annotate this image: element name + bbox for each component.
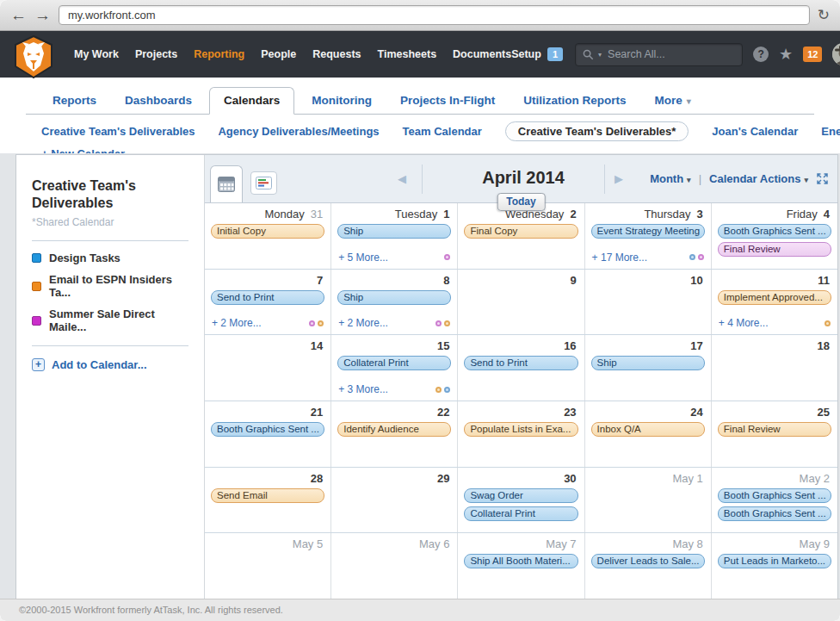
event-pill[interactable]: Booth Graphics Sent ...	[211, 422, 324, 437]
setup-menu[interactable]: Setup 1	[511, 47, 563, 61]
orange-swatch-icon	[32, 282, 41, 291]
event-pill[interactable]: Collateral Print	[337, 356, 451, 370]
forward-arrow-icon[interactable]: →	[34, 7, 51, 23]
event-pill[interactable]: Booth Graphics Sent ...	[718, 224, 831, 239]
nav-item-reporting[interactable]: Reporting	[194, 48, 244, 60]
event-pill[interactable]: Booth Graphics Sent ...	[718, 488, 831, 503]
day-number: 8	[443, 274, 449, 287]
view-toggle-report[interactable]	[250, 171, 277, 195]
event-pill[interactable]: Implement Approved...	[718, 290, 831, 305]
cell-head: May 7	[464, 535, 578, 553]
fullscreen-expand-icon[interactable]	[816, 172, 829, 185]
more-link[interactable]: + 2 More...	[338, 317, 388, 329]
more-link[interactable]: + 4 More...	[719, 317, 769, 329]
nav-item-timesheets[interactable]: Timesheets	[378, 48, 437, 60]
legend-item-design-tasks[interactable]: Design Tasks	[32, 252, 188, 264]
event-pill[interactable]: Ship	[337, 224, 451, 239]
setup-label: Setup	[511, 48, 541, 60]
nav-item-people[interactable]: People	[261, 48, 296, 60]
event-pill[interactable]: Send to Print	[211, 290, 324, 305]
cell-head: 22	[337, 403, 451, 421]
url-input[interactable]	[59, 5, 810, 25]
cell-head: 18	[718, 337, 831, 355]
calendar-day-cell: 17Ship	[585, 335, 712, 401]
cell-head: 24	[591, 403, 705, 421]
nav-item-documents[interactable]: Documents	[453, 48, 511, 60]
event-pill[interactable]: Initial Copy	[211, 224, 324, 239]
subtab-team-calendar[interactable]: Team Calendar	[403, 125, 482, 138]
event-pill[interactable]: Ship All Booth Materi...	[464, 554, 578, 568]
day-number: 11	[818, 274, 830, 287]
add-to-calendar-link[interactable]: + Add to Calendar...	[32, 358, 188, 371]
search-scope-caret-icon[interactable]: ▾	[598, 51, 602, 59]
event-pill[interactable]: Put Leads in Marketo...	[718, 554, 831, 568]
day-number: May 1	[672, 472, 702, 485]
tab-monitoring[interactable]: Monitoring	[300, 89, 383, 114]
event-pill[interactable]: Ship	[337, 290, 451, 305]
blue-swatch-icon	[32, 253, 41, 263]
nav-item-my-work[interactable]: My Work	[74, 48, 119, 60]
event-pill[interactable]: Final Review	[718, 422, 831, 437]
event-pill[interactable]: Collateral Print	[464, 506, 578, 521]
more-link[interactable]: + 17 More...	[592, 252, 647, 264]
search-input[interactable]	[606, 47, 735, 61]
next-month-icon[interactable]: ▶	[615, 173, 623, 184]
legend-item-summer-sale-direct-maile[interactable]: Summer Sale Direct Maile...	[32, 307, 188, 333]
event-pill[interactable]: Final Review	[718, 242, 831, 257]
divider	[604, 165, 605, 194]
event-pill[interactable]: Swag Order	[464, 488, 578, 503]
cell-head: 7	[211, 271, 324, 289]
back-arrow-icon[interactable]: ←	[10, 7, 27, 23]
subtab-creative-team-s-deliverables[interactable]: Creative Team's Deliverables	[41, 125, 195, 138]
search-box[interactable]: ▾	[575, 43, 743, 66]
prev-month-icon[interactable]: ◀	[398, 173, 406, 184]
cell-head: 10	[591, 271, 705, 289]
view-toggle-grid[interactable]	[210, 165, 243, 202]
subtab-energy-drink-launch[interactable]: Energy Drink Launch	[821, 125, 840, 138]
calendar-day-cell: 15Collateral Print+ 3 More...	[331, 335, 458, 401]
tab-utilization-reports[interactable]: Utilization Reports	[512, 89, 637, 114]
event-pill[interactable]: Send to Print	[464, 356, 578, 370]
subtab-agency-deliverables-meetings[interactable]: Agency Deliverables/Meetings	[218, 125, 379, 138]
help-icon[interactable]: ?	[753, 47, 769, 62]
app-navbar: My WorkProjectsReportingPeopleRequestsTi…	[0, 31, 840, 78]
today-button[interactable]: Today	[497, 193, 545, 211]
notification-badge[interactable]: 12	[803, 47, 822, 62]
event-pill[interactable]: Identify Audience	[337, 422, 451, 437]
favorites-star-icon[interactable]: ★	[779, 47, 793, 62]
event-pill[interactable]: Ship	[591, 356, 705, 370]
tab-calendars[interactable]: Calendars	[209, 87, 294, 115]
view-mode-dropdown[interactable]: Month▾	[650, 172, 691, 185]
event-pill[interactable]: Final Copy	[464, 224, 578, 239]
nav-item-projects[interactable]: Projects	[135, 48, 177, 60]
tab-dashboards[interactable]: Dashboards	[114, 89, 203, 114]
day-number: 15	[437, 339, 449, 352]
event-pill[interactable]: Deliver Leads to Sale...	[591, 554, 705, 568]
calendar-week-row: 28Send Email2930Swag OrderCollateral Pri…	[205, 468, 837, 534]
day-number: May 6	[419, 537, 449, 550]
calendar-day-cell: 21Booth Graphics Sent ...	[205, 401, 331, 467]
calendar-actions-dropdown[interactable]: Calendar Actions▾	[709, 172, 808, 185]
event-pill[interactable]: Booth Graphics Sent ...	[718, 506, 831, 521]
legend-item-email-to-espn-insiders-ta[interactable]: Email to ESPN Insiders Ta...	[32, 273, 188, 299]
event-pill[interactable]: Event Strategy Meeting	[591, 224, 705, 239]
tab-more[interactable]: More▾	[644, 89, 702, 114]
search-icon	[583, 49, 594, 60]
subtab-creative-team-s-deliverables[interactable]: Creative Team's Deliverables*	[505, 121, 689, 141]
subtab-joan-s-calendar[interactable]: Joan's Calendar	[712, 125, 798, 138]
setup-badge: 1	[547, 47, 563, 61]
event-pill[interactable]: Inbox Q/A	[591, 422, 705, 437]
cell-head: 29	[337, 469, 451, 487]
tab-projects-in-flight[interactable]: Projects In-Flight	[389, 89, 506, 114]
tab-reports[interactable]: Reports	[41, 89, 108, 114]
calendar-week-row: May 5May 6May 7Ship All Booth Materi...M…	[205, 533, 837, 599]
more-link[interactable]: + 5 More...	[338, 252, 388, 264]
event-pill[interactable]: Send Email	[211, 488, 324, 503]
refresh-icon[interactable]: ↻	[818, 8, 830, 22]
event-pill[interactable]: Populate Lists in Exa...	[464, 422, 578, 437]
more-link[interactable]: + 3 More...	[338, 383, 388, 395]
more-link[interactable]: + 2 More...	[212, 317, 262, 329]
workfront-logo[interactable]	[14, 35, 53, 82]
nav-item-requests[interactable]: Requests	[312, 48, 361, 60]
user-avatar[interactable]	[832, 43, 840, 65]
